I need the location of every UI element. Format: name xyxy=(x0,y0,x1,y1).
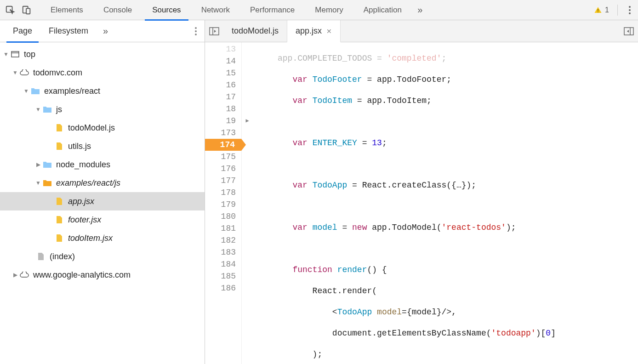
tree-label: js xyxy=(53,105,62,114)
tab-elements[interactable]: Elements xyxy=(40,0,93,20)
chevron-right-icon: ▶ xyxy=(35,161,41,168)
code-line: function render() { xyxy=(253,264,638,276)
folder-icon xyxy=(41,179,53,187)
tree-label: todoItem.jsx xyxy=(65,233,113,243)
svg-rect-4 xyxy=(598,11,598,12)
tree-domain[interactable]: ▶ www.google-analytics.com xyxy=(0,266,205,284)
chevron-down-icon: ▼ xyxy=(3,51,9,57)
code-editor[interactable]: 13 14 15 16 17 18 19 173 174 175 176 177… xyxy=(205,42,638,364)
svg-rect-11 xyxy=(11,51,19,57)
chevron-down-icon: ▼ xyxy=(35,180,41,186)
cloud-icon xyxy=(18,69,30,76)
line-number[interactable]: 181 xyxy=(205,222,241,234)
more-subtabs-icon[interactable]: » xyxy=(97,26,114,36)
line-number[interactable]: 177 xyxy=(205,175,241,187)
fold-marker-icon[interactable]: ▶ xyxy=(242,115,253,127)
tab-console[interactable]: Console xyxy=(93,0,142,20)
close-icon[interactable]: ✕ xyxy=(326,28,332,35)
tree-label: todomvc.com xyxy=(30,68,82,78)
subtab-filesystem[interactable]: Filesystem xyxy=(40,20,97,42)
chevron-down-icon: ▼ xyxy=(35,106,41,113)
tree-label: todoModel.js xyxy=(65,123,115,133)
tree-domain[interactable]: ▼ todomvc.com xyxy=(0,63,205,82)
line-number[interactable]: 17 xyxy=(205,91,241,103)
code-line: React.render( xyxy=(253,285,638,297)
tree-file-selected[interactable]: app.jsx xyxy=(0,192,205,210)
file-icon xyxy=(53,234,65,242)
code-line: var ENTER_KEY = 13; xyxy=(253,137,638,149)
tree-label: www.google-analytics.com xyxy=(30,270,131,280)
line-number[interactable]: 19 xyxy=(205,115,241,127)
code-line: var model = new app.TodoModel('react-tod… xyxy=(253,222,638,233)
tree-folder[interactable]: ▼ examples/react xyxy=(0,82,205,100)
svg-point-7 xyxy=(629,12,631,14)
subtab-page[interactable]: Page xyxy=(5,20,40,42)
tab-application[interactable]: Application xyxy=(353,0,412,20)
window-icon xyxy=(9,51,21,57)
tab-sources[interactable]: Sources xyxy=(142,0,191,20)
show-navigator-icon[interactable] xyxy=(205,27,223,35)
line-number[interactable]: 182 xyxy=(205,234,241,246)
chevron-right-icon: ▶ xyxy=(12,272,18,278)
line-number[interactable]: 185 xyxy=(205,270,241,282)
tree-label: (index) xyxy=(47,252,75,262)
code-line: document.getElementsByClassName('todoapp… xyxy=(253,327,638,339)
line-gutter[interactable]: 13 14 15 16 17 18 19 173 174 175 176 177… xyxy=(205,42,242,364)
show-debugger-icon[interactable] xyxy=(620,27,638,35)
tree-file[interactable]: todoItem.jsx xyxy=(0,229,205,247)
code-line: var TodoApp = React.createClass({…}); xyxy=(253,179,638,191)
line-number[interactable]: 15 xyxy=(205,67,241,79)
folder-icon xyxy=(41,106,53,113)
navigator-tabbar: Page Filesystem » xyxy=(0,20,205,42)
kebab-menu-icon[interactable] xyxy=(621,2,638,18)
svg-point-5 xyxy=(629,6,631,8)
chevron-down-icon: ▼ xyxy=(12,69,18,76)
line-number[interactable]: 16 xyxy=(205,79,241,91)
line-number[interactable]: 183 xyxy=(205,246,241,258)
file-tabbar: todoModel.js app.jsx ✕ xyxy=(205,20,638,42)
breakpoint-line[interactable]: 174 xyxy=(205,139,241,151)
line-number[interactable]: 179 xyxy=(205,199,241,210)
tree-label: examples/react/js xyxy=(53,178,120,188)
line-number[interactable]: 175 xyxy=(205,151,241,163)
file-icon xyxy=(53,197,65,205)
line-number[interactable]: 14 xyxy=(205,55,241,67)
filetab-app[interactable]: app.jsx ✕ xyxy=(287,20,341,42)
chevron-down-icon: ▼ xyxy=(23,88,29,94)
line-number[interactable]: 176 xyxy=(205,163,241,175)
line-number[interactable]: 13 xyxy=(205,43,241,55)
tree-folder[interactable]: ▶ node_modules xyxy=(0,155,205,174)
file-icon xyxy=(53,216,65,224)
line-number[interactable]: 186 xyxy=(205,282,241,294)
tree-label: footer.jsx xyxy=(65,215,101,225)
code-content[interactable]: app.COMPLETED_TODOS = 'completed'; var T… xyxy=(253,42,638,364)
tree-folder[interactable]: ▼ js xyxy=(0,100,205,119)
editor-panel: todoModel.js app.jsx ✕ 13 14 15 16 17 18… xyxy=(205,20,638,364)
tree-file[interactable]: utils.js xyxy=(0,137,205,155)
inspect-element-icon[interactable] xyxy=(2,2,18,18)
device-toolbar-icon[interactable] xyxy=(18,2,35,18)
tree-top[interactable]: ▼ top xyxy=(0,45,205,63)
more-tabs-icon[interactable]: » xyxy=(412,2,428,18)
svg-point-10 xyxy=(195,34,197,35)
tab-performance[interactable]: Performance xyxy=(240,0,305,20)
line-number[interactable]: 18 xyxy=(205,103,241,115)
tab-network[interactable]: Network xyxy=(191,0,240,20)
line-number[interactable]: 178 xyxy=(205,187,241,199)
tree-file[interactable]: todoModel.js xyxy=(0,119,205,137)
line-number[interactable]: 180 xyxy=(205,210,241,222)
svg-point-6 xyxy=(629,9,631,11)
divider xyxy=(617,5,618,16)
navigator-panel: Page Filesystem » ▼ top ▼ todomvc.com ▼ xyxy=(0,20,205,364)
tab-memory[interactable]: Memory xyxy=(305,0,353,20)
cloud-icon xyxy=(18,272,30,278)
tree-file[interactable]: (index) xyxy=(0,247,205,266)
tree-file[interactable]: footer.jsx xyxy=(0,210,205,229)
devtools-tabbar: Elements Console Sources Network Perform… xyxy=(0,0,638,20)
line-number[interactable]: 184 xyxy=(205,258,241,270)
line-number[interactable]: 173 xyxy=(205,127,241,139)
filetab-todomodel[interactable]: todoModel.js xyxy=(223,20,287,42)
tree-folder[interactable]: ▼ examples/react/js xyxy=(0,174,205,192)
warnings-badge[interactable]: 1 xyxy=(594,6,614,14)
navigator-menu-icon[interactable] xyxy=(194,27,205,36)
